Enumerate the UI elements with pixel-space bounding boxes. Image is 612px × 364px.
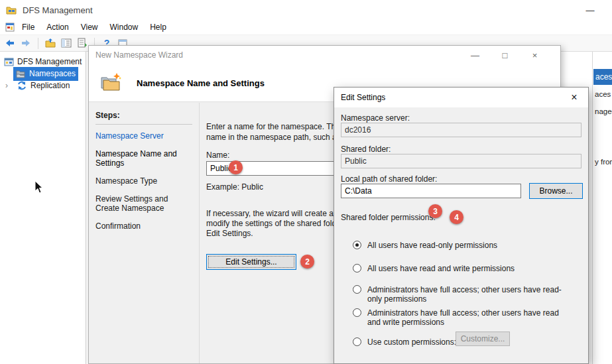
maximize-icon[interactable]: □ — [490, 46, 520, 64]
radio-option-admin-full-users-read-write[interactable]: Administrators have full access; other u… — [353, 308, 572, 327]
browse-button[interactable]: Browse... — [529, 183, 583, 199]
menu-help[interactable]: Help — [144, 21, 172, 34]
wizard-page-title: Namespace Name and Settings — [137, 78, 265, 88]
main-titlebar: DFS Management — □ — [0, 0, 612, 20]
background-actions-pane: aces aces t... nagen... y from — [592, 52, 612, 364]
toolbar-separator — [38, 38, 38, 49]
background-fragment: aces t... — [595, 90, 612, 98]
close-icon[interactable]: × — [520, 46, 550, 64]
name-label: Name: — [206, 151, 229, 160]
console-document-icon — [4, 21, 16, 33]
tree-item-dfs-management[interactable]: DFS Management — [0, 56, 86, 68]
wizard-intro-text: Enter a name for the namespace. This na … — [206, 121, 353, 143]
back-icon[interactable] — [4, 37, 16, 49]
screen: DFS Management — □ File Action View Wind… — [0, 0, 612, 364]
permissions-label: Shared folder permissions: — [341, 213, 436, 222]
tree-label-dfs-management: DFS Management — [17, 57, 82, 66]
menu-file[interactable]: File — [16, 21, 40, 34]
namespace-server-label: Namespace server: — [341, 113, 410, 123]
radio-icon[interactable] — [353, 241, 361, 249]
namespace-server-input — [341, 123, 581, 137]
show-console-tree-icon[interactable] — [60, 37, 72, 49]
wizard-title: New Namespace Wizard — [95, 50, 183, 60]
edit-settings-title: Edit Settings — [341, 93, 385, 102]
tree-item-namespaces[interactable]: Namespaces — [0, 68, 86, 80]
local-path-label: Local path of shared folder: — [341, 174, 437, 184]
wizard-header-icon — [99, 71, 122, 95]
shared-folder-label: Shared folder: — [341, 145, 391, 154]
export-list-icon[interactable] — [76, 37, 88, 49]
example-text: Example: Public — [206, 182, 263, 192]
radio-icon[interactable] — [353, 337, 361, 346]
steps-heading: Steps: — [95, 111, 192, 120]
annotation-badge-3: 3 — [428, 204, 442, 218]
replication-icon — [16, 80, 28, 91]
edit-settings-titlebar: Edit Settings × — [334, 88, 588, 107]
step-namespace-server[interactable]: Namespace Server — [95, 131, 192, 141]
edit-settings-dialog: Edit Settings × Namespace server: Shared… — [334, 87, 589, 364]
namespaces-icon — [15, 68, 27, 80]
radio-icon[interactable] — [353, 264, 361, 273]
radio-option-read-write[interactable]: All users have read and write permission… — [353, 264, 572, 273]
shared-folder-input — [341, 154, 581, 168]
window-controls: — □ — [578, 0, 612, 20]
wizard-note-text: If necessary, the wizard will create a s… — [206, 209, 351, 239]
forward-icon[interactable] — [20, 37, 32, 49]
radio-icon[interactable] — [353, 285, 361, 294]
menu-bar: File Action View Window Help — [0, 20, 612, 35]
wizard-window-controls: — □ × — [460, 46, 550, 64]
step-namespace-name-and-settings: Namespace Name and Settings — [95, 149, 192, 168]
menu-window[interactable]: Window — [104, 21, 145, 34]
radio-option-admin-full-users-read[interactable]: Administrators have full access; other u… — [353, 285, 572, 304]
tree-label-replication: Replication — [31, 81, 70, 90]
minimize-icon[interactable]: — — [460, 46, 490, 64]
menu-action[interactable]: Action — [40, 21, 74, 34]
edit-settings-body: Namespace server: Shared folder: Local p… — [334, 107, 588, 363]
close-icon[interactable]: × — [560, 88, 588, 107]
step-review-settings: Review Settings and Create Namespace — [95, 194, 192, 213]
dfs-management-icon — [3, 56, 15, 68]
step-confirmation: Confirmation — [95, 221, 192, 231]
radio-icon[interactable] — [353, 308, 361, 317]
radio-option-read-only[interactable]: All users have read-only permissions — [353, 241, 572, 250]
annotation-badge-2: 2 — [300, 255, 314, 269]
edit-settings-button[interactable]: Edit Settings... — [206, 254, 296, 270]
background-fragment: y from — [595, 158, 612, 166]
console-tree: DFS Management Namespaces › Replication — [0, 52, 86, 364]
minimize-icon[interactable]: — — [578, 0, 603, 20]
app-icon — [5, 4, 17, 16]
mouse-cursor — [34, 180, 44, 196]
local-path-input[interactable] — [341, 184, 521, 198]
chevron-right-icon[interactable]: › — [5, 81, 12, 90]
tree-label-namespaces: Namespaces — [29, 69, 76, 78]
step-namespace-type: Namespace Type — [95, 176, 192, 186]
wizard-steps-panel: Steps: Namespace Server Namespace Name a… — [89, 103, 200, 363]
tree-item-replication[interactable]: › Replication — [0, 80, 86, 91]
up-level-icon[interactable] — [44, 37, 56, 49]
annotation-badge-1: 1 — [229, 160, 243, 174]
background-fragment: nagen... — [595, 107, 612, 115]
menu-view[interactable]: View — [75, 21, 104, 34]
maximize-icon[interactable]: □ — [603, 0, 612, 20]
customize-button: Customize... — [456, 332, 510, 346]
wizard-titlebar: New Namespace Wizard — □ × — [89, 46, 560, 64]
window-title: DFS Management — [23, 5, 93, 15]
background-pane-header: aces — [593, 69, 612, 85]
annotation-badge-4: 4 — [450, 210, 463, 224]
steps-divider — [95, 124, 192, 125]
